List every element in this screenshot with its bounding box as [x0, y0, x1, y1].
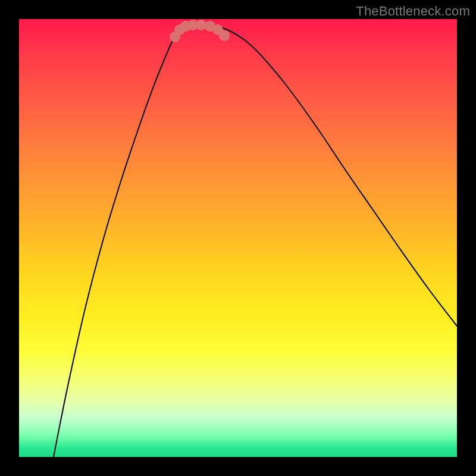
bottleneck-curve: [54, 24, 457, 457]
chart-frame: TheBottleneck.com: [0, 0, 476, 476]
chart-overlay: [19, 19, 457, 457]
valley-marker-dot: [219, 30, 230, 41]
watermark-text: TheBottleneck.com: [356, 4, 470, 19]
valley-marker-group: [170, 20, 230, 42]
